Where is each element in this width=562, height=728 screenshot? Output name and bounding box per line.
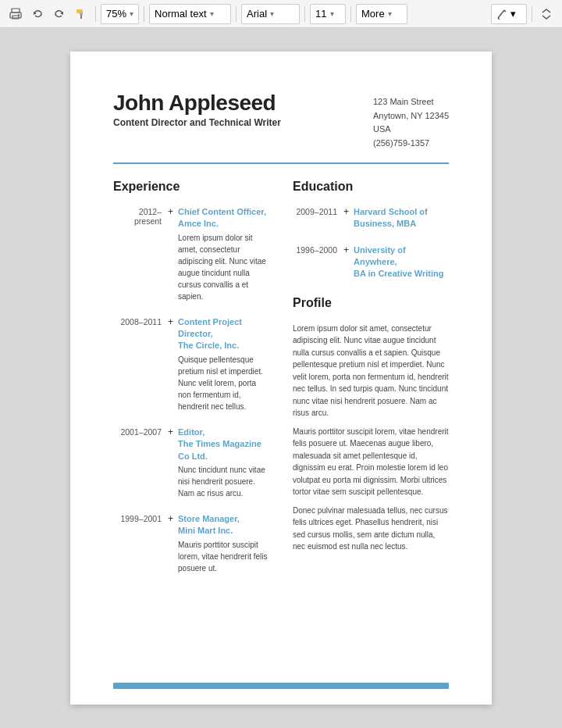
exp-date-4: 1999–2001 [113, 513, 168, 574]
text-style-value: Normal text [155, 8, 206, 20]
exp-body-3: Nunc tincidunt nunc vitae nisi hendrerit… [178, 464, 269, 499]
exp-entry-3: 2001–2007 + Editor,The Times Magazine Co… [113, 426, 269, 499]
divider5 [350, 6, 351, 22]
svg-line-9 [498, 10, 504, 18]
address-line2: Anytown, NY 12345 [373, 109, 449, 123]
left-column: Experience 2012–present + Chief Content … [113, 180, 269, 588]
more-arrow: ▾ [388, 9, 392, 18]
exp-content-4: Store Manager,Mini Mart Inc. Mauris port… [178, 513, 269, 574]
exp-dash-2: + [168, 316, 173, 412]
profile-heading: Profile [293, 296, 449, 310]
svg-line-11 [498, 18, 500, 20]
resume-page: John Appleseed Content Director and Tech… [70, 52, 492, 705]
exp-date-2: 2008–2011 [113, 316, 168, 412]
exp-title-1: Chief Content Officer,Amce Inc. [178, 206, 269, 230]
edu-date-2: 1996–2000 [293, 244, 343, 280]
divider6 [532, 6, 532, 22]
exp-dash-4: + [168, 513, 173, 574]
redo-icon[interactable] [50, 5, 69, 23]
pen-tool-dropdown[interactable]: ▾ [491, 4, 527, 24]
font-dropdown[interactable]: Arial ▾ [241, 4, 300, 24]
experience-heading: Experience [113, 180, 269, 194]
zoom-value: 75% [106, 8, 126, 20]
education-heading: Education [293, 180, 449, 194]
divider4 [304, 6, 305, 22]
edu-entry-1: 2009–2011 + Harvard School of Business, … [293, 206, 449, 230]
edu-title-1: Harvard School of Business, MBA [354, 206, 449, 230]
exp-entry-1: 2012–present + Chief Content Officer,Amc… [113, 206, 269, 302]
print-icon[interactable] [6, 5, 25, 23]
font-value: Arial [247, 8, 267, 20]
pen-arrow: ▾ [510, 8, 516, 20]
font-size-dropdown[interactable]: 11 ▾ [310, 4, 346, 24]
more-dropdown[interactable]: More ▾ [356, 4, 407, 24]
collapse-icon[interactable] [537, 5, 556, 23]
name-section: John Appleseed Content Director and Tech… [113, 91, 281, 128]
font-arrow: ▾ [270, 9, 274, 18]
exp-entry-2: 2008–2011 + Content Project Director,The… [113, 316, 269, 412]
pen-icon [496, 9, 507, 20]
size-arrow: ▾ [330, 9, 334, 18]
toolbar: 75% ▾ Normal text ▾ Arial ▾ 11 ▾ More ▾ … [0, 0, 562, 28]
edu-dash-1: + [343, 206, 349, 230]
svg-rect-7 [80, 12, 83, 15]
exp-dash-3: + [168, 426, 173, 499]
edu-date-1: 2009–2011 [293, 206, 343, 230]
zoom-dropdown[interactable]: 75% ▾ [101, 4, 139, 24]
edu-title-2: University of Anywhere,BA in Creative Wr… [354, 244, 449, 280]
document-area: John Appleseed Content Director and Tech… [0, 28, 562, 728]
exp-date-1: 2012–present [113, 206, 168, 302]
edu-entry-2: 1996–2000 + University of Anywhere,BA in… [293, 244, 449, 280]
header-rule [113, 162, 449, 164]
main-content: Experience 2012–present + Chief Content … [113, 180, 449, 588]
resume-name: John Appleseed [113, 91, 281, 116]
exp-content-2: Content Project Director,The Circle, Inc… [178, 316, 269, 412]
profile-para-2: Mauris porttitor suscipit lorem, vitae h… [293, 426, 449, 498]
font-size-value: 11 [315, 8, 326, 20]
format-painter-icon[interactable] [72, 5, 91, 23]
exp-content-1: Chief Content Officer,Amce Inc. Lorem ip… [178, 206, 269, 302]
exp-entry-4: 1999–2001 + Store Manager,Mini Mart Inc.… [113, 513, 269, 574]
resume-title: Content Director and Technical Writer [113, 117, 281, 128]
style-arrow: ▾ [210, 9, 214, 18]
svg-point-3 [18, 14, 20, 16]
address-line3: USA [373, 123, 449, 137]
exp-title-2: Content Project Director,The Circle, Inc… [178, 316, 269, 352]
text-style-dropdown[interactable]: Normal text ▾ [149, 4, 231, 24]
profile-para-3: Donec pulvinar malesuada tellus, nec cur… [293, 505, 449, 553]
edu-content-1: Harvard School of Business, MBA [354, 206, 449, 230]
address-line1: 123 Main Street [373, 95, 449, 109]
divider2 [144, 6, 144, 22]
phone: (256)759-1357 [373, 137, 449, 151]
svg-rect-2 [12, 16, 19, 19]
bottom-bar [113, 683, 449, 689]
exp-title-4: Store Manager,Mini Mart Inc. [178, 513, 269, 537]
edu-dash-2: + [343, 244, 349, 280]
edu-content-2: University of Anywhere,BA in Creative Wr… [354, 244, 449, 280]
divider3 [236, 6, 237, 22]
profile-section: Profile Lorem ipsum dolor sit amet, cons… [293, 296, 449, 553]
zoom-arrow: ▾ [130, 9, 133, 18]
svg-line-10 [504, 10, 506, 12]
exp-body-1: Lorem ipsum dolor sit amet, consectetur … [178, 232, 269, 302]
exp-content-3: Editor,The Times Magazine Co Ltd. Nunc t… [178, 426, 269, 499]
contact-section: 123 Main Street Anytown, NY 12345 USA (2… [373, 95, 449, 150]
exp-title-3: Editor,The Times Magazine Co Ltd. [178, 426, 269, 462]
profile-para-1: Lorem ipsum dolor sit amet, consectetur … [293, 323, 449, 419]
more-label: More [361, 8, 385, 20]
exp-date-3: 2001–2007 [113, 426, 168, 499]
exp-dash-1: + [168, 206, 173, 302]
profile-body: Lorem ipsum dolor sit amet, consectetur … [293, 323, 449, 553]
undo-icon[interactable] [28, 5, 47, 23]
exp-body-4: Mauris porttitor suscipit lorem, vitae h… [178, 539, 269, 574]
resume-header: John Appleseed Content Director and Tech… [113, 91, 449, 150]
exp-body-2: Quisque pellentesque pretium nisl et imp… [178, 354, 269, 412]
divider1 [95, 6, 96, 22]
right-column: Education 2009–2011 + Harvard School of … [293, 180, 449, 588]
svg-rect-0 [12, 9, 20, 12]
